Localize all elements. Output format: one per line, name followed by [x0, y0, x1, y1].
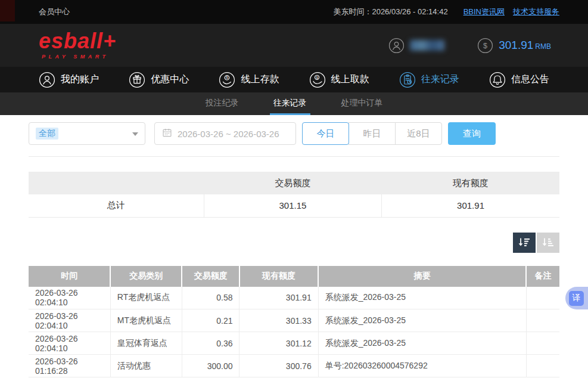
table-row: 2026-03-26 02:04:10 皇冠体育返点 0.36 301.12 系…: [29, 332, 559, 355]
logo-text: esball+: [39, 31, 116, 51]
summary-total-row: 总计 301.15 301.91: [29, 194, 559, 217]
date-range-value: 2026-03-26 ~ 2026-03-26: [178, 129, 279, 139]
cell-type: 活动优惠: [110, 355, 182, 377]
cell-summary: 系统派发_2026-03-25: [318, 287, 526, 309]
bell-icon: [489, 72, 506, 88]
nav-announcements[interactable]: 信息公告: [489, 72, 549, 88]
cell-type: 皇冠体育返点: [110, 332, 182, 355]
col-remarks: 备注: [526, 266, 559, 287]
logo-slogan: PLAY SMART: [42, 54, 116, 60]
today-button[interactable]: 今日: [302, 122, 349, 145]
withdraw-icon: $: [309, 72, 326, 88]
svg-text:$: $: [226, 76, 229, 79]
content: 全部 2026-03-26 ~ 2026-03-26 今日 昨日 近8日 查询: [0, 122, 588, 377]
summary-col-transaction: 交易额度: [204, 172, 381, 194]
cell-remarks: [526, 332, 559, 355]
username-blurred: [410, 40, 444, 51]
svg-text:$: $: [483, 42, 487, 50]
tab-betting-records[interactable]: 投注纪录: [202, 92, 242, 115]
cell-amount: 0.36: [182, 332, 239, 355]
eastern-time-label: 美东时间：2026/03/26 - 02:14:42: [333, 7, 447, 17]
main-navigation: 我的账户 优惠中心 $: [0, 67, 588, 92]
cell-remarks: [526, 287, 559, 309]
nav-my-account[interactable]: 我的账户: [39, 72, 99, 88]
type-select[interactable]: 全部: [29, 122, 145, 145]
dollar-coin-icon: $: [477, 38, 493, 54]
summary-table: 交易额度 现有额度 总计 301.15 301.91: [29, 172, 559, 218]
records-header-row: 时间 交易类别 交易额度 现有额度 摘要 备注: [29, 266, 559, 287]
summary-total-label: 总计: [29, 194, 204, 217]
records-table: 时间 交易类别 交易额度 现有额度 摘要 备注 2026-03-26 02:04…: [29, 266, 559, 378]
calendar-icon: [162, 128, 172, 140]
balance-amount: 301.91: [499, 39, 533, 52]
deposit-icon: $: [219, 72, 235, 88]
divider: [29, 156, 559, 157]
user-icon: [39, 72, 55, 88]
cell-balance: 300.76: [239, 355, 318, 377]
type-select-value: 全部: [36, 128, 58, 140]
nav-label: 线上存款: [241, 73, 279, 86]
nav-label: 信息公告: [511, 73, 549, 86]
nav-withdraw[interactable]: $ 线上取款: [309, 72, 369, 88]
sort-descending-icon: [518, 237, 531, 248]
member-center-page: 会员中心 美东时间：2026/03/26 - 02:14:42 BBIN资讯网 …: [0, 0, 588, 384]
nav-label: 往来记录: [421, 73, 459, 86]
cell-type: MT老虎机返点: [110, 309, 182, 332]
yesterday-button[interactable]: 昨日: [349, 122, 396, 145]
tab-processing-orders[interactable]: 处理中订单: [338, 92, 387, 115]
cell-remarks: [526, 355, 559, 377]
nav-label: 我的账户: [61, 73, 99, 86]
user-avatar-icon: [388, 38, 405, 54]
sort-descending-button[interactable]: [513, 233, 536, 253]
records-icon: [399, 72, 416, 88]
corner-marker: [0, 0, 15, 21]
cell-time: 2026-03-26 01:16:28: [29, 355, 110, 377]
translate-fab[interactable]: 译: [565, 287, 588, 309]
date-range-picker[interactable]: 2026-03-26 ~ 2026-03-26: [154, 122, 296, 145]
chevron-down-icon: [132, 132, 138, 139]
query-button[interactable]: 查询: [448, 122, 496, 145]
cell-time: 2026-03-26 02:04:10: [29, 309, 110, 332]
member-center-label: 会员中心: [39, 7, 70, 17]
nav-transaction-records[interactable]: 往来记录: [399, 72, 459, 88]
user-area: $ 301.91 RMB: [388, 38, 551, 54]
balance-currency: RMB: [535, 40, 551, 51]
tech-support-link[interactable]: 技术支持服务: [513, 7, 559, 17]
translate-icon: 译: [569, 291, 584, 306]
summary-col-blank: [29, 172, 204, 194]
gift-icon: [129, 72, 145, 88]
last-8-days-button[interactable]: 近8日: [395, 122, 442, 145]
col-balance: 现有额度: [239, 266, 318, 287]
nav-promotions[interactable]: 优惠中心: [129, 72, 189, 88]
quick-date-buttons: 今日 昨日 近8日: [302, 122, 442, 145]
summary-total-balance: 301.91: [382, 194, 559, 217]
summary-header-row: 交易额度 现有额度: [29, 172, 559, 194]
sort-controls: [29, 233, 559, 253]
cell-remarks: [526, 309, 559, 332]
svg-text:$: $: [316, 75, 318, 79]
summary-total-transaction: 301.15: [204, 194, 381, 217]
cell-summary: 系统派发_2026-03-25: [318, 332, 526, 355]
bbin-news-link[interactable]: BBIN资讯网: [463, 7, 505, 17]
filter-row: 全部 2026-03-26 ~ 2026-03-26 今日 昨日 近8日 查询: [29, 122, 559, 145]
summary-col-balance: 现有额度: [382, 172, 559, 194]
col-amount: 交易额度: [182, 266, 239, 287]
sort-ascending-button[interactable]: [537, 233, 559, 253]
cell-time: 2026-03-26 02:04:10: [29, 287, 110, 309]
cell-time: 2026-03-26 02:04:10: [29, 332, 110, 355]
tab-transaction-records[interactable]: 往来记录: [270, 92, 310, 115]
table-row: 2026-03-26 02:04:10 MT老虎机返点 0.21 301.33 …: [29, 309, 559, 332]
col-time: 时间: [29, 266, 110, 287]
nav-label: 优惠中心: [151, 73, 189, 86]
header: esball+ PLAY SMART $ 301.91 RMB: [0, 24, 588, 67]
nav-deposit[interactable]: $ 线上存款: [219, 72, 279, 88]
table-row: 2026-03-26 01:16:28 活动优惠 300.00 300.76 单…: [29, 355, 559, 377]
cell-type: RT老虎机返点: [110, 287, 182, 309]
cell-balance: 301.12: [239, 332, 318, 355]
cell-amount: 300.00: [182, 355, 239, 377]
cell-summary: 单号:202603260004576292: [318, 355, 526, 377]
cell-balance: 301.33: [239, 309, 318, 332]
cell-amount: 0.58: [182, 287, 239, 309]
esball-logo[interactable]: esball+ PLAY SMART: [39, 31, 116, 59]
table-row: 2026-03-26 02:04:10 RT老虎机返点 0.58 301.91 …: [29, 287, 559, 309]
